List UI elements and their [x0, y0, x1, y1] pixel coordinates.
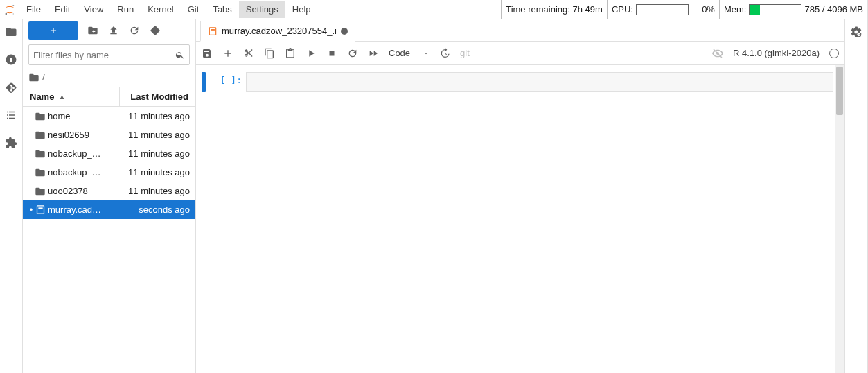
kernel-status-icon[interactable] [829, 49, 839, 58]
mem-meter [749, 4, 801, 15]
notebook-body[interactable]: [ ]: [196, 65, 844, 373]
tab-notebook[interactable]: murray.cadzow_23207554_.i [200, 21, 355, 42]
cell-selection-marker [202, 72, 206, 92]
folder-icon [34, 167, 46, 178]
activity-git-icon[interactable] [4, 80, 18, 94]
menu-view[interactable]: View [77, 1, 110, 18]
file-name: nobackup_… [46, 148, 124, 159]
mem-text: 785 / 4096 MB [804, 4, 863, 15]
file-filter-input[interactable] [33, 50, 175, 60]
git-label[interactable]: git [460, 48, 470, 58]
git-toolbar-icon[interactable] [149, 24, 161, 37]
svg-point-1 [6, 12, 7, 14]
paste-icon[interactable] [285, 48, 296, 59]
file-row[interactable]: nesi0265911 minutes ago [23, 125, 195, 144]
unsaved-indicator-icon [341, 28, 348, 35]
file-modified: seconds ago [124, 205, 190, 215]
main-area: murray.cadzow_23207554_.i Code [196, 19, 844, 373]
insert-cell-icon[interactable] [222, 48, 233, 59]
file-modified: 11 minutes ago [124, 186, 190, 196]
cell-input-area[interactable] [246, 72, 833, 92]
svg-rect-5 [209, 27, 215, 35]
svg-rect-7 [330, 51, 335, 55]
run-icon[interactable] [305, 48, 317, 59]
new-launcher-button[interactable] [28, 21, 78, 40]
kernel-name[interactable]: R 4.1.0 (gimkl-2020a) [733, 48, 820, 58]
activity-extensions-icon[interactable] [4, 136, 18, 150]
sort-asc-icon: ▲ [58, 93, 65, 101]
file-row[interactable]: uoo0237811 minutes ago [23, 182, 195, 200]
render-side-by-side-icon[interactable] [712, 48, 723, 59]
file-modified: 11 minutes ago [124, 167, 190, 177]
refresh-icon[interactable] [128, 24, 141, 37]
copy-icon[interactable] [264, 48, 275, 59]
scrollbar[interactable] [835, 65, 844, 373]
activity-running-icon[interactable] [4, 53, 18, 67]
notebook-icon [34, 205, 46, 215]
svg-rect-4 [38, 207, 42, 209]
breadcrumb[interactable]: / [23, 68, 195, 87]
file-row[interactable]: nobackup_…11 minutes ago [23, 163, 195, 182]
svg-rect-6 [211, 29, 215, 31]
folder-icon [34, 130, 46, 141]
breadcrumb-root[interactable]: / [42, 72, 45, 83]
status-group: Time remaining: 7h 49m CPU: 0% Mem: 785 … [501, 0, 867, 19]
activity-toc-icon[interactable] [4, 108, 18, 122]
file-name: nobackup_… [46, 167, 124, 177]
running-dot-icon: • [28, 205, 34, 215]
activity-files-icon[interactable] [4, 25, 18, 39]
stop-icon[interactable] [326, 48, 337, 59]
menu-edit[interactable]: Edit [48, 1, 77, 18]
cut-icon[interactable] [243, 48, 254, 59]
menu-help[interactable]: Help [285, 1, 318, 18]
file-list-header: Name ▲ Last Modified [23, 87, 195, 107]
save-icon[interactable] [202, 48, 213, 59]
svg-point-0 [12, 4, 14, 6]
code-cell[interactable]: [ ]: [202, 72, 833, 92]
menu-kernel[interactable]: Kernel [141, 1, 181, 18]
tab-bar: murray.cadzow_23207554_.i [196, 19, 844, 42]
history-icon[interactable] [439, 48, 450, 59]
mem-label: Mem: [724, 4, 747, 15]
file-modified: 11 minutes ago [124, 148, 190, 159]
file-row[interactable]: nobackup_…11 minutes ago [23, 144, 195, 163]
folder-icon [34, 148, 46, 159]
cell-type-select[interactable]: Code [389, 48, 429, 58]
file-name: home [46, 111, 124, 121]
column-modified[interactable]: Last Modified [119, 87, 195, 106]
new-folder-icon[interactable] [87, 24, 99, 37]
file-list: home11 minutes agonesi0265911 minutes ag… [23, 107, 195, 373]
notebook-toolbar: Code git R 4.1.0 (gimkl-2020a) [196, 42, 844, 65]
time-remaining: Time remaining: 7h 49m [501, 0, 607, 19]
menubar: FileEditViewRunKernelGitTabsSettingsHelp… [0, 0, 867, 19]
mem-status: Mem: 785 / 4096 MB [719, 0, 867, 19]
menu-file[interactable]: File [19, 1, 48, 18]
file-row[interactable]: home11 minutes ago [23, 107, 195, 125]
menu-tabs[interactable]: Tabs [206, 1, 238, 18]
jupyter-logo [0, 0, 19, 19]
svg-point-2 [13, 13, 15, 15]
menu-settings[interactable]: Settings [239, 1, 285, 18]
cpu-status: CPU: 0% [607, 0, 719, 19]
file-name: uoo02378 [46, 186, 124, 196]
scrollbar-thumb[interactable] [836, 67, 843, 115]
folder-icon [34, 111, 46, 122]
restart-run-all-icon[interactable] [368, 48, 379, 59]
folder-icon [34, 186, 46, 197]
menu-run[interactable]: Run [110, 1, 141, 18]
file-row[interactable]: •murray.cad…seconds ago [23, 200, 195, 219]
search-icon [175, 50, 185, 60]
restart-icon[interactable] [347, 48, 358, 59]
notebook-icon [208, 26, 218, 36]
file-filter[interactable] [28, 44, 190, 65]
column-name[interactable]: Name ▲ [23, 92, 119, 102]
tab-title: murray.cadzow_23207554_.i [222, 26, 337, 36]
cell-type-label: Code [389, 48, 410, 58]
menu-git[interactable]: Git [181, 1, 206, 18]
file-modified: 11 minutes ago [124, 130, 190, 140]
cell-prompt: [ ]: [218, 72, 242, 92]
cpu-label: CPU: [612, 4, 633, 15]
svg-rect-3 [37, 206, 44, 214]
property-inspector-icon[interactable] [849, 25, 863, 39]
upload-icon[interactable] [107, 24, 120, 37]
